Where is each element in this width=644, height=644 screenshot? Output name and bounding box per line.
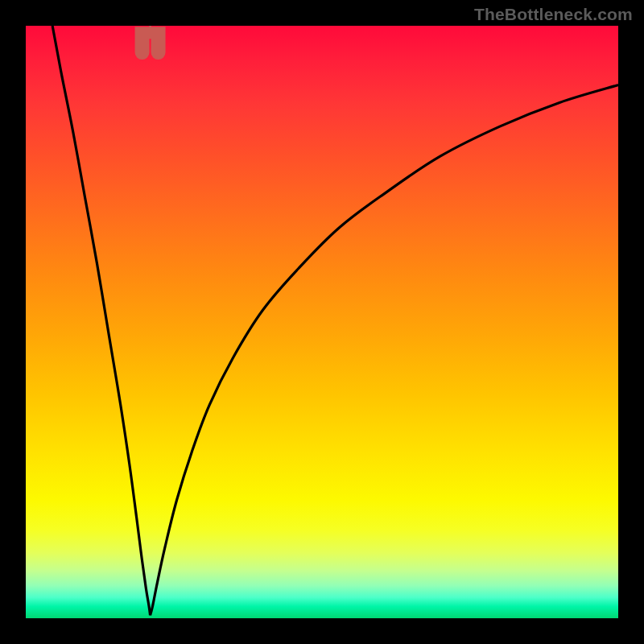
curve-left-branch [52,26,150,615]
watermark-text: TheBottleneck.com [474,5,633,24]
chart-frame: TheBottleneck.com [0,0,644,644]
minimum-marker [142,27,159,52]
bottleneck-curve [26,26,618,618]
plot-area [26,26,618,618]
curve-right-branch [151,85,618,616]
